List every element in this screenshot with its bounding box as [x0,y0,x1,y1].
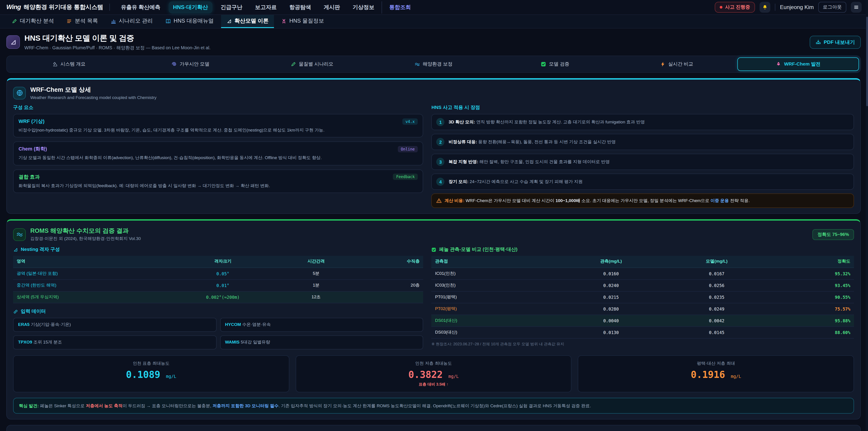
computation-cost-note: 계산 비용: WRF-Chem은 가우시안 모델 대비 계산 시간이 100~1… [432,193,854,208]
component-name: WRF (기상) [19,118,44,125]
logout-button[interactable]: 로그아웃 [818,2,846,13]
page-scrollbar-track[interactable] [866,0,868,431]
advantage-item: 1 3D 확산 모의: 연직 방향 확산까지 포함한 정밀 농도장 계산. 고층… [432,114,854,130]
observed-value: 0.0040 [558,316,664,326]
input-source-desc: 조위 15개 분조 [32,340,62,345]
top-nav-item[interactable]: 긴급구난 [216,1,247,13]
model-value: 0.0249 [664,304,770,314]
subnav-item[interactable]: 확산모델 이론 [221,15,274,28]
top-nav-item-integrated-search[interactable]: 통합조회 [381,1,415,13]
comparison-table-row: DS01(대산) 0.0040 0.0042 95.88% [432,315,854,327]
components-heading: 구성 요소 [13,104,423,111]
topnav-right-group: 사고 진행중 Eunjeong Kim 로그아웃 [715,2,862,13]
observation-model-table: 관측점 관측(mg/L) 모델(mg/L) 정확도 IC01(인천) 0.016… [432,256,854,339]
nesting-vertical-layers: 20층 [358,280,423,291]
top-nav-item[interactable]: 항공탐색 [285,1,315,13]
nesting-table-row: 광역 (일본·대만 포함) 0.05° 5분 [13,268,423,280]
stat-sub-note: 표층 대비 3.5배 ↑ [301,382,566,388]
key-finding-note: 핵심 발견: 페놀은 Sinker 특성으로 저층에서 농도 축적이 두드러짐 … [13,398,854,414]
stat-card: 인천 표층 최대농도 0.1089 mg/L [13,356,289,393]
subnav-item[interactable]: 분석 목록 [61,15,103,28]
page-title: HNS 대기확산 모델 이론 및 검증 [24,33,211,43]
subnav-item[interactable]: 대기확산 분석 [6,15,59,28]
advantage-title: 비정상류 대응: [449,139,477,144]
component-badge: Feedback [393,174,418,180]
app-logo[interactable]: Wing 해양환경 위기대응 통합시스템 [6,3,103,11]
burger-icon [854,4,859,10]
advantage-description: 24~72시간 예측으로 사고 수습 계획 및 장기 피해 평가 지원 [470,179,583,184]
comparison-table-row: DS03(대산) 0.0130 0.0145 88.60% [432,327,854,339]
pencil-icon [12,18,17,24]
section-tab[interactable]: 시스템 개요 [8,57,130,71]
subnav-item-label: 분석 목록 [75,17,98,25]
subnav-item-label: HNS 대응매뉴얼 [174,17,214,25]
subnav-item[interactable]: 시나리오 관리 [105,15,158,28]
stat-value: 0.1089 [126,370,160,380]
wrf-chem-card-title: WRF-Chem 모델 상세 [30,86,156,94]
top-nav-item-label: HNS·대기확산 [173,4,208,10]
notifications-button[interactable] [760,2,771,13]
model-value: 0.0256 [664,280,770,291]
survey-footnote: ※ 현장조사: 2023.06.27~28 / 전체 10개 관측점 모두 모델… [432,342,854,347]
advantage-item: 3 복잡 지형 반영: 해안 절벽, 항만 구조물, 인접 도시의 건물 효과를… [432,154,854,170]
nesting-grid-table: 영역 격자크기 시간간격 수직층 광역 (일본·대만 포함) 0.05° [13,256,423,304]
page-scrollbar-thumb[interactable] [866,17,868,106]
user-name: Eunjeong Kim [780,4,814,10]
components-list: WRF (기상) v4.x 비정수압(non-hydrostatic) 중규모 … [13,114,423,193]
page-header: HNS 대기확산 모델 이론 및 검증 WRF-Chem · Gaussian … [6,33,861,51]
comparison-table-row: PT02(평택) 0.0280 0.0249 75.57% [432,304,854,315]
model-component-card: WRF (기상) v4.x 비정수압(non-hydrostatic) 중규모 … [13,114,423,137]
topnav-separator [775,4,776,11]
accuracy-value: 75.57% [770,304,854,314]
top-nav-item[interactable]: 보고자료 [250,1,281,13]
stat-label: 인천 표층 최대농도 [18,361,284,367]
nesting-area: 중간역 (한반도 해역) [13,280,172,291]
section-tab[interactable]: WRF-Chem 발전 [737,57,859,71]
incident-dot-icon [720,6,722,8]
subnav-item[interactable]: HNS 대응매뉴얼 [160,15,219,28]
top-nav-item[interactable]: HNS·대기확산 [168,1,213,13]
accuracy-value: 90.55% [770,292,854,303]
brand-logo-text: Wing [6,3,21,10]
hamburger-menu-button[interactable] [851,2,862,13]
stat-label: 인천 저층 최대농도 [301,361,566,367]
book-icon [165,18,171,24]
observed-value: 0.0160 [558,269,664,279]
stat-card: 평택·대산 저층 최대 0.1916 mg/L [578,356,854,393]
nesting-table-header: 영역 격자크기 시간간격 수직층 [13,256,423,268]
section-tab[interactable]: 가우시안 모델 [130,57,251,71]
section-tab-label: WRF-Chem 발전 [784,61,820,67]
subnav-item-label: HNS 물질정보 [289,17,324,25]
nesting-grid-size: 0.01° [172,280,274,291]
section-tab[interactable]: 모델 검증 [494,57,616,71]
subnav-item[interactable]: HNS 물질정보 [276,15,329,28]
component-description: 화학물질의 복사 효과가 기상장에 되먹임(feedback). 예: 대량의 … [19,182,418,189]
microscope-icon [52,61,58,67]
comparison-column: 페놀 관측-모델 비교 (인천·평택·대산) 관측점 관측(mg/L) 모델(m… [432,247,854,350]
nesting-area: 광역 (일본·대만 포함) [13,268,172,280]
input-data-pill: TPXO9 조위 15개 분조 [13,336,216,350]
wrf-chem-icon-box [13,87,26,99]
comparison-table-row: IC01(인천) 0.0160 0.0167 95.32% [432,268,854,280]
top-nav-item[interactable]: 기상정보 [348,1,379,13]
top-nav-item[interactable]: 게시판 [319,1,344,13]
nesting-table-row: 상세역 (5개 우심지역) 0.002°(≈200m) 12초 [13,292,423,304]
section-tab-label: 해양환경 보정 [423,61,453,67]
section-tab[interactable]: 해양환경 보정 [373,57,494,71]
subnav-item-label: 시나리오 관리 [119,17,153,25]
section-tab[interactable]: 실시간 비교 [616,57,738,71]
input-source-desc: 5대강 일별유량 [240,340,270,345]
subnav-item-label: 대기확산 분석 [20,17,54,25]
tray-icon [815,39,821,45]
setsquare-icon [13,247,18,252]
wave-icon [16,231,23,238]
comparison-table-row: IC03(인천) 0.0240 0.0256 93.45% [432,280,854,292]
nesting-time-step: 5분 [274,268,358,280]
observed-value: 0.0130 [558,328,664,338]
top-nav-item[interactable]: 유출유 확산예측 [116,1,165,13]
incident-in-progress-badge[interactable]: 사고 진행중 [715,2,755,13]
rocket-icon [776,61,781,67]
advantage-description: 연직 방향 확산까지 포함한 정밀 농도장 계산. 고층 대기로의 확산과 fu… [476,119,645,124]
pdf-export-button[interactable]: PDF 내보내기 [810,35,861,49]
section-tab[interactable]: 물질별 시나리오 [251,57,373,71]
